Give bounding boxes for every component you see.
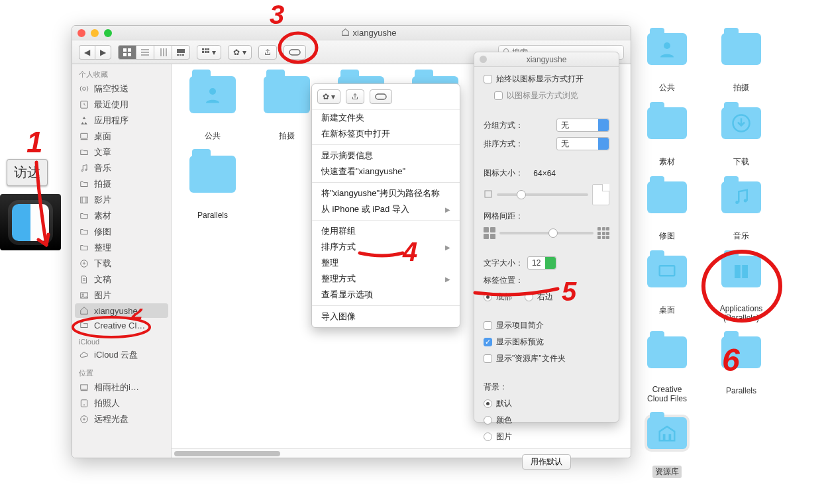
sidebar-item[interactable]: xiangyushe (75, 303, 168, 318)
sidebar-item-label: 最近使用 (94, 99, 129, 111)
folder-icon (647, 107, 687, 139)
always-icon-checkbox[interactable] (484, 75, 492, 83)
group-button[interactable]: ▾ (197, 45, 221, 60)
sidebar-item[interactable]: 远程光盘 (72, 411, 171, 427)
menu-item[interactable]: 在新标签页中打开 (312, 126, 460, 142)
desktop-folder-item[interactable]: Parallels (715, 336, 767, 404)
sidebar-item-label: 隔空投送 (94, 83, 129, 95)
gallery-view-button[interactable] (172, 45, 190, 60)
sidebar-item-label: 文稿 (94, 274, 111, 285)
sidebar-item[interactable]: iCloud 云盘 (72, 347, 171, 363)
minimize-icon[interactable] (91, 29, 99, 37)
menu-item[interactable]: 整理方式▶ (312, 271, 460, 287)
sidebar-item[interactable]: 应用程序 (72, 113, 171, 128)
show-preview-checkbox[interactable] (484, 338, 492, 346)
gridspace-slider[interactable] (499, 232, 594, 234)
show-info-checkbox[interactable] (484, 321, 492, 330)
menu-item[interactable]: 查看显示选项 (312, 287, 460, 303)
sidebar-item[interactable]: 桌面 (72, 128, 171, 144)
cloud-icon (79, 350, 89, 360)
bg-color-radio[interactable] (484, 416, 492, 425)
column-view-button[interactable] (154, 45, 172, 60)
tags-button[interactable] (284, 45, 306, 60)
sidebar-section-header: 个人收藏 (72, 64, 171, 81)
sidebar-item[interactable]: 文稿 (72, 272, 171, 287)
labelpos-right-radio[interactable] (525, 293, 533, 301)
use-default-button[interactable]: 用作默认 (522, 454, 571, 470)
action-button[interactable]: ✿ ▾ (228, 45, 251, 60)
menu-item[interactable]: 将"xiangyushe"拷贝为路径名称 (312, 185, 460, 201)
svg-point-53 (744, 199, 747, 203)
sidebar-item[interactable]: 影片 (72, 192, 171, 208)
sidebar-item[interactable]: 下载 (72, 256, 171, 272)
menu-tags-icon[interactable] (370, 89, 392, 104)
sidebar-item[interactable]: 整理 (72, 240, 171, 256)
folder-icon (79, 242, 89, 253)
sidebar-item[interactable]: 最近使用 (72, 97, 171, 113)
sidebar: 个人收藏隔空投送最近使用应用程序桌面文章音乐拍摄影片素材修图整理下载文稿图片xi… (72, 64, 172, 458)
desktop-folder-item[interactable]: 公共 (641, 33, 693, 94)
sidebar-item[interactable]: 图片 (72, 287, 171, 303)
iconsize-label: 图标大小： (484, 168, 523, 179)
back-button[interactable]: ◀ (79, 45, 95, 60)
menu-item[interactable]: 整理 (312, 255, 460, 271)
sort-select[interactable]: 无 (556, 137, 609, 150)
doc-icon (592, 184, 609, 205)
share-button[interactable] (258, 45, 277, 60)
music-icon (79, 163, 89, 174)
desktop-folder-item[interactable]: 修图 (641, 181, 693, 242)
bg-default-radio[interactable] (484, 399, 492, 408)
sidebar-item[interactable]: 音乐 (72, 160, 171, 176)
zoom-icon[interactable] (104, 29, 112, 37)
sidebar-item[interactable]: 隔空投送 (72, 81, 171, 97)
grid-tight-icon (484, 227, 495, 239)
bg-picture-radio[interactable] (484, 432, 492, 441)
dock-finder-icon[interactable] (0, 194, 61, 250)
icon-view-button[interactable] (118, 45, 136, 60)
browse-icon-checkbox[interactable] (494, 91, 503, 100)
menu-item[interactable]: 使用群组 (312, 223, 460, 239)
folder-label: 拍摄 (277, 130, 297, 141)
menu-item[interactable]: 显示摘要信息 (312, 148, 460, 164)
sidebar-item[interactable]: 素材 (72, 208, 171, 224)
sidebar-item[interactable]: 修图 (72, 224, 171, 240)
list-view-button[interactable] (136, 45, 154, 60)
sidebar-item[interactable]: 文章 (72, 144, 171, 160)
svg-rect-56 (742, 265, 748, 278)
menu-item[interactable]: 导入图像 (312, 309, 460, 325)
forward-button[interactable]: ▶ (95, 45, 111, 60)
svg-rect-16 (207, 48, 209, 50)
folder-icon (721, 336, 761, 368)
desktop-folder-item[interactable]: Creative Cloud Files (641, 336, 693, 404)
desktop-folder-item[interactable]: 音乐 (715, 181, 767, 242)
desktop-folder-item[interactable]: 资源库 (641, 417, 693, 478)
folder-item[interactable]: 公共 (180, 76, 246, 149)
desktop-folder-item[interactable]: Applications (Parallels) (715, 256, 767, 323)
folder-item[interactable]: Parallels (180, 156, 246, 221)
group-select[interactable]: 无 (556, 119, 609, 132)
show-library-checkbox[interactable] (484, 354, 492, 363)
close-icon[interactable] (77, 29, 85, 37)
desktop-folder-item[interactable]: 下载 (715, 107, 767, 168)
labelpos-bottom-radio[interactable] (484, 293, 492, 301)
menu-item[interactable]: 新建文件夹 (312, 110, 460, 126)
svg-point-23 (83, 87, 86, 91)
menu-gear-icon[interactable]: ✿ ▾ (317, 89, 340, 104)
sidebar-item[interactable]: Creative Cl… (72, 318, 171, 332)
sidebar-item[interactable]: 拍照人 (72, 395, 171, 411)
textsize-select[interactable]: 12 (527, 256, 556, 270)
sidebar-item[interactable]: 相雨社的i… (72, 379, 171, 395)
desktop-folder-item[interactable]: 拍摄 (715, 33, 767, 94)
menu-item[interactable]: 快速查看"xiangyushe" (312, 164, 460, 179)
sidebar-item-label: 下载 (94, 258, 111, 270)
sidebar-item[interactable]: 拍摄 (72, 176, 171, 192)
menu-share-icon[interactable] (346, 89, 364, 104)
desktop-folder-item[interactable]: 素材 (641, 107, 693, 168)
menu-item[interactable]: 排序方式▶ (312, 239, 460, 255)
folder-item[interactable]: 拍摄 (254, 76, 320, 149)
menu-item[interactable]: 从 iPhone 或 iPad 导入▶ (312, 201, 460, 217)
vop-close-icon[interactable] (480, 56, 487, 63)
svg-rect-2 (123, 53, 127, 56)
iconsize-slider[interactable] (497, 193, 588, 196)
desktop-folder-item[interactable]: 桌面 (641, 256, 693, 323)
